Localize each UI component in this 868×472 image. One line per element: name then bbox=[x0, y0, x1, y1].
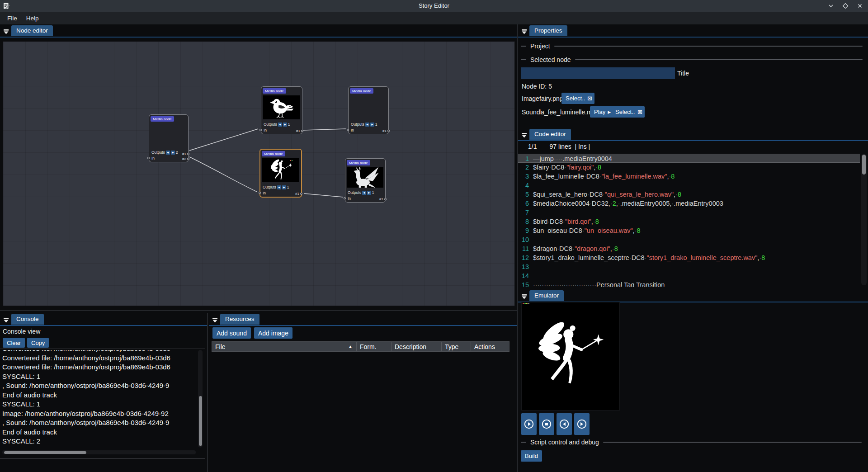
close-button[interactable] bbox=[856, 2, 863, 9]
console-log[interactable]: Convertered file: /home/anthony/ostproj/… bbox=[2, 350, 197, 448]
maximize-button[interactable] bbox=[842, 2, 849, 9]
fairy-image bbox=[262, 158, 299, 182]
sound-clear-button[interactable]: ⊠ bbox=[635, 106, 645, 118]
console-log-line: Image: /home/anthony/ostproj/ba869e4b-03… bbox=[2, 409, 197, 419]
resources-panel: Resources Add sound Add image File ▲ For… bbox=[209, 313, 517, 472]
node-media-dragon[interactable]: Media node Outputs ◀ ▶ 1 In #1 bbox=[345, 158, 386, 203]
node-badge: Media node bbox=[350, 88, 373, 94]
code-line[interactable]: 12$story1_drako_luminelle_sceptre·DC8·"s… bbox=[518, 253, 860, 262]
node-media-bird[interactable]: Media node Outputs ◀ ▶ 1 In #1 bbox=[261, 86, 302, 134]
build-button[interactable]: Build bbox=[521, 450, 542, 462]
output-port[interactable]: #1 bbox=[295, 192, 302, 196]
collapse-icon[interactable] bbox=[212, 317, 218, 325]
collapse-icon[interactable] bbox=[521, 132, 527, 140]
node-canvas[interactable]: Media node Outputs ◀ ▶ 2 In #1 #2 Media … bbox=[3, 41, 515, 306]
line-number: 7 bbox=[518, 208, 529, 217]
decrement-output-button[interactable]: ◀ bbox=[362, 191, 366, 195]
play-button[interactable] bbox=[521, 413, 537, 435]
line-number: 5 bbox=[518, 190, 529, 199]
input-port[interactable] bbox=[344, 197, 346, 199]
line-number: 6 bbox=[518, 199, 529, 208]
main-splitter[interactable] bbox=[517, 24, 518, 472]
collapse-icon[interactable] bbox=[521, 28, 527, 37]
decrement-output-button[interactable]: ◀ bbox=[166, 151, 170, 155]
step-forward-button[interactable] bbox=[574, 413, 590, 435]
code-line[interactable]: 6$mediaChoice0004·DC32,·2,·.mediaEntry00… bbox=[518, 199, 860, 208]
tab-resources[interactable]: Resources bbox=[220, 314, 259, 325]
menu-bar: File Help bbox=[0, 12, 868, 24]
output-port[interactable]: #1 bbox=[296, 129, 303, 133]
code-line[interactable]: 9$un_oiseau·DC8·"un_oiseau.wav",·8 bbox=[518, 226, 860, 235]
decrement-output-button[interactable]: ◀ bbox=[365, 123, 369, 127]
code-line[interactable]: 8$bird·DC8·"bird.qoi",·8 bbox=[518, 217, 860, 226]
tab-emulator[interactable]: Emulator bbox=[529, 290, 564, 301]
output-port[interactable]: #1 bbox=[379, 197, 387, 201]
horizontal-splitter[interactable] bbox=[0, 310, 517, 311]
tab-node-editor[interactable]: Node editor bbox=[11, 25, 53, 36]
image-label: Image bbox=[522, 95, 539, 102]
node-media-3[interactable]: Media node Outputs ◀ ▶ 1 In #1 bbox=[348, 86, 389, 134]
title-bar[interactable]: Story Editor bbox=[0, 0, 868, 12]
node-media-fairy-selected[interactable]: Media node Outputs ◀ ▶ 1 In #1 bbox=[259, 149, 302, 198]
collapse-icon[interactable] bbox=[3, 317, 9, 325]
output-port[interactable]: #1 bbox=[382, 129, 390, 133]
sort-ascending-icon[interactable]: ▲ bbox=[348, 344, 353, 349]
menu-file[interactable]: File bbox=[3, 13, 22, 24]
output-port[interactable]: #1 bbox=[182, 152, 189, 156]
minimize-button[interactable] bbox=[827, 2, 835, 9]
code-line[interactable]: 7 bbox=[518, 208, 860, 217]
column-form[interactable]: Form. bbox=[356, 342, 391, 351]
line-number: 3 bbox=[518, 172, 529, 181]
code-line[interactable]: 3$la_fee_luminelle·DC8·"la_fee_luminelle… bbox=[518, 172, 860, 181]
image-clear-button[interactable]: ⊠ bbox=[585, 93, 594, 104]
tab-code-editor[interactable]: Code editor bbox=[529, 129, 571, 140]
increment-output-button[interactable]: ▶ bbox=[370, 123, 374, 127]
code-vertical-scrollbar[interactable] bbox=[861, 154, 867, 285]
code-line[interactable]: 2$fairy·DC8·"fairy.qoi",·8 bbox=[518, 163, 860, 172]
tab-console[interactable]: Console bbox=[11, 314, 44, 325]
decrement-output-button[interactable]: ◀ bbox=[277, 185, 281, 189]
add-image-button[interactable]: Add image bbox=[254, 327, 292, 339]
title-input[interactable] bbox=[521, 67, 675, 79]
increment-output-button[interactable]: ▶ bbox=[282, 185, 286, 189]
stop-button[interactable] bbox=[539, 413, 554, 435]
input-port[interactable] bbox=[347, 129, 349, 131]
code-line[interactable]: 13 bbox=[518, 262, 860, 271]
input-port[interactable] bbox=[259, 192, 261, 194]
input-port[interactable] bbox=[259, 129, 262, 131]
code-lines[interactable]: 1—jump····.mediaEntry00042$fairy·DC8·"fa… bbox=[518, 154, 860, 287]
code-line[interactable]: 10 bbox=[518, 235, 860, 244]
code-line[interactable]: 5$qui_sera_le_hero·DC8·"qui_sera_le_hero… bbox=[518, 190, 860, 199]
step-back-button[interactable] bbox=[557, 413, 572, 435]
title-label: Title bbox=[677, 70, 689, 77]
tab-properties[interactable]: Properties bbox=[529, 25, 567, 36]
increment-output-button[interactable]: ▶ bbox=[283, 123, 287, 127]
console-log-line: End of audio track bbox=[2, 391, 197, 400]
clear-button[interactable]: Clear bbox=[3, 338, 25, 348]
increment-output-button[interactable]: ▶ bbox=[171, 151, 175, 155]
console-log-line: End of audio track bbox=[2, 428, 197, 437]
collapse-icon[interactable] bbox=[3, 28, 9, 37]
code-line[interactable]: 11$dragon·DC8·"dragon.qoi",·8 bbox=[518, 244, 860, 253]
code-line[interactable]: 15·····························Personal … bbox=[518, 280, 860, 287]
console-horizontal-scrollbar[interactable] bbox=[2, 450, 196, 454]
add-sound-button[interactable]: Add sound bbox=[212, 327, 251, 339]
code-line[interactable]: 4 bbox=[518, 181, 860, 190]
code-line[interactable]: 1—jump····.mediaEntry0004 bbox=[518, 154, 860, 163]
console-vertical-scrollbar[interactable] bbox=[198, 350, 203, 448]
output-port[interactable]: #2 bbox=[182, 157, 189, 161]
code-editor-panel: Code editor 1/1 97 lines | Ins | 1—jump·… bbox=[518, 128, 868, 289]
column-type[interactable]: Type bbox=[441, 342, 471, 351]
copy-button[interactable]: Copy bbox=[27, 338, 49, 348]
code-line[interactable]: 14 bbox=[518, 271, 860, 280]
console-resources-splitter[interactable] bbox=[207, 313, 208, 472]
collapse-icon[interactable] bbox=[521, 293, 527, 302]
line-number: 1 bbox=[518, 154, 529, 162]
input-port[interactable] bbox=[147, 157, 150, 159]
node-media-1[interactable]: Media node Outputs ◀ ▶ 2 In #1 #2 bbox=[149, 114, 189, 162]
decrement-output-button[interactable]: ◀ bbox=[278, 123, 282, 127]
increment-output-button[interactable]: ▶ bbox=[367, 191, 371, 195]
column-file[interactable]: File ▲ bbox=[212, 342, 356, 351]
menu-help[interactable]: Help bbox=[22, 13, 43, 24]
column-description[interactable]: Description bbox=[391, 342, 441, 351]
